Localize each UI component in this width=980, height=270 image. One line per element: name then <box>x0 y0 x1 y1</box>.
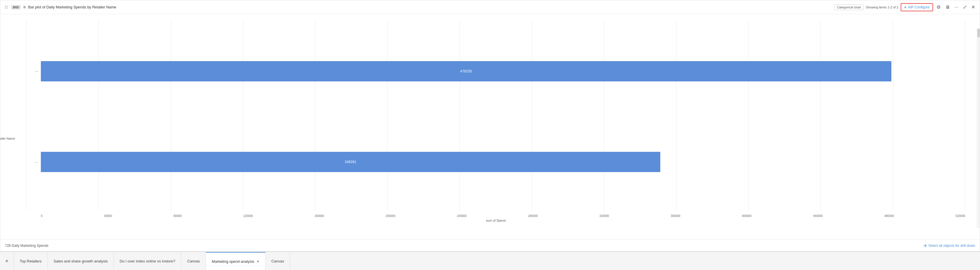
x-tick: 400000 <box>742 214 751 217</box>
tab-label: Sales and share growth analysis <box>54 259 108 264</box>
x-tick: 240000 <box>457 214 466 217</box>
add-tab-button[interactable]: + <box>0 252 14 270</box>
bar-row: — 478256 <box>26 61 965 81</box>
tab-label: Do I over index online vs instore? <box>119 259 175 264</box>
tab-over-index[interactable]: Do I over index online vs instore? <box>114 252 181 270</box>
bar-1[interactable]: 478256 <box>41 61 891 81</box>
x-tick: 520000 <box>955 214 965 217</box>
tab-bar: + Top Retailers Sales and share growth a… <box>0 251 980 270</box>
chart-body: Retailer Name <box>0 14 980 240</box>
bar-value-1: 478256 <box>460 69 472 73</box>
x-tick: 200000 <box>386 214 395 217</box>
plus-icon: + <box>904 5 907 10</box>
tab-label: Canvas <box>271 259 284 264</box>
tab-marketing-spend[interactable]: Marketing spend analysis ▼ <box>206 252 266 270</box>
bar-label-1: — <box>26 70 38 73</box>
bar-row: — 348391 <box>26 152 965 172</box>
expand-button[interactable]: ⤢ <box>962 3 968 11</box>
footer-count: 728 Daily Marketing Spends <box>5 244 48 248</box>
bar-wrapper-1: 478256 <box>41 61 965 81</box>
x-tick: 440000 <box>813 214 823 217</box>
chart-title: Bar plot of Daily Marketing Spends by Re… <box>28 5 832 9</box>
bar-2[interactable]: 348391 <box>41 152 660 172</box>
tab-canvas-1[interactable]: Canvas <box>181 252 206 270</box>
x-tick: 120000 <box>243 214 253 217</box>
drill-down-link[interactable]: Select all objects for drill down <box>923 244 975 248</box>
showing-items-label: Showing items 1-2 of 2 <box>866 5 898 9</box>
scrollbar[interactable] <box>977 28 980 228</box>
x-tick: 280000 <box>528 214 538 217</box>
x-tick: 160000 <box>315 214 324 217</box>
chart-container: $ND ≡ Bar plot of Daily Marketing Spends… <box>0 0 980 251</box>
scrollbar-thumb[interactable] <box>977 29 980 37</box>
drill-down-icon <box>923 244 927 248</box>
tab-dropdown-icon[interactable]: ▼ <box>256 260 259 263</box>
aip-configure-label: AIP Configure <box>908 5 930 9</box>
chart-plot-area: — 478256 — 348391 <box>26 20 965 222</box>
tab-canvas-2[interactable]: Canvas <box>266 252 290 270</box>
nd-badge: $ND <box>11 5 21 10</box>
tab-top-retailers[interactable]: Top Retailers <box>14 252 48 270</box>
x-tick: 40000 <box>104 214 112 217</box>
tab-label: Marketing spend analysis <box>212 259 254 264</box>
header-actions: Categorical chart Showing items 1-2 of 2… <box>834 3 976 11</box>
drill-down-label: Select all objects for drill down <box>929 244 975 248</box>
x-tick: 480000 <box>885 214 894 217</box>
bar-label-2: — <box>26 160 38 164</box>
x-tick: 0 <box>41 214 43 217</box>
categorical-chart-badge: Categorical chart <box>834 4 864 10</box>
x-tick: 80000 <box>174 214 182 217</box>
bar-value-2: 348391 <box>345 160 356 164</box>
bars-area: — 478256 — 348391 <box>26 20 965 213</box>
tab-label: Canvas <box>187 259 200 264</box>
chart-header: $ND ≡ Bar plot of Daily Marketing Spends… <box>0 0 980 14</box>
aip-configure-button[interactable]: + AIP Configure <box>900 3 933 11</box>
y-axis-label: Retailer Name <box>0 137 15 140</box>
tab-sales-share[interactable]: Sales and share growth analysis <box>48 252 114 270</box>
chart-footer: 728 Daily Marketing Spends Select all ob… <box>0 240 980 251</box>
x-axis-ticks: 0 40000 80000 120000 160000 200000 24000… <box>41 213 965 217</box>
settings-icon-button[interactable]: ⚙ <box>935 3 942 11</box>
bar-wrapper-2: 348391 <box>41 152 965 172</box>
tab-label: Top Retailers <box>20 259 42 264</box>
close-button[interactable]: ✕ <box>970 3 976 11</box>
display-icon-button[interactable]: 🖥 <box>944 3 951 11</box>
x-tick: 360000 <box>671 214 680 217</box>
bar-chart-icon: ≡ <box>23 5 26 10</box>
more-options-button[interactable]: ··· <box>953 3 959 11</box>
x-axis-label: sum of Spend <box>26 219 965 222</box>
x-tick: 320000 <box>600 214 609 217</box>
drag-handle[interactable] <box>4 5 9 10</box>
